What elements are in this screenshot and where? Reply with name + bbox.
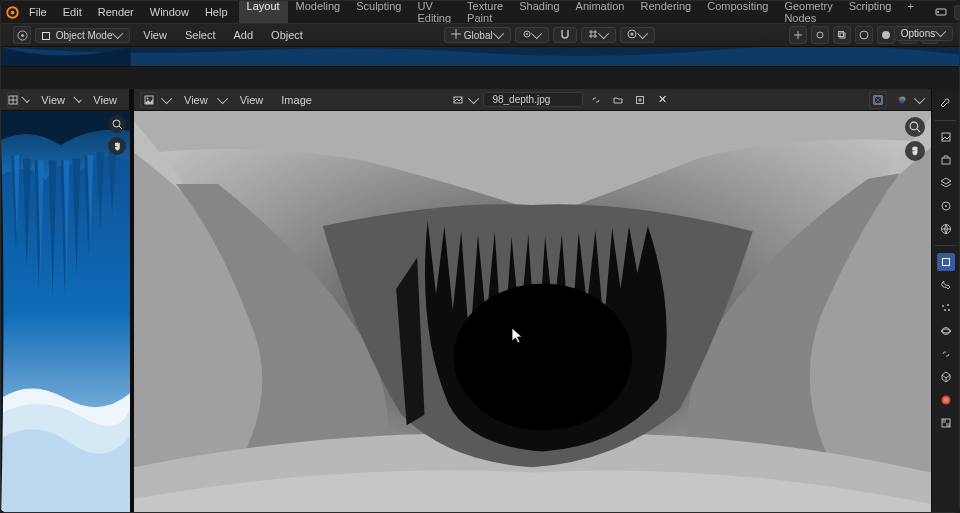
properties-modifier-icon[interactable] bbox=[937, 276, 955, 294]
properties-material-icon[interactable] bbox=[937, 391, 955, 409]
blender-logo-icon bbox=[5, 3, 20, 21]
image-browse-icon[interactable] bbox=[449, 91, 467, 109]
svg-point-38 bbox=[945, 205, 947, 207]
color-channel-icon[interactable] bbox=[893, 91, 911, 109]
properties-particles-icon[interactable] bbox=[937, 299, 955, 317]
pan-hand-icon[interactable] bbox=[905, 141, 925, 161]
properties-viewlayer-icon[interactable] bbox=[937, 174, 955, 192]
new-image-icon[interactable] bbox=[631, 91, 649, 109]
img-menu-view2[interactable]: View bbox=[234, 92, 270, 108]
header-menu-select[interactable]: Select bbox=[178, 27, 223, 43]
header-menu-object[interactable]: Object bbox=[264, 27, 310, 43]
ice-cave-render bbox=[1, 111, 130, 512]
svg-point-9 bbox=[526, 33, 528, 35]
pan-hand-icon[interactable] bbox=[108, 137, 126, 155]
menu-edit[interactable]: Edit bbox=[56, 4, 89, 20]
grid-icon bbox=[588, 29, 598, 39]
properties-tool-icon[interactable] bbox=[937, 95, 955, 113]
svg-point-42 bbox=[947, 304, 949, 306]
scene-selector[interactable]: Scene bbox=[932, 3, 960, 21]
svg-point-15 bbox=[860, 31, 868, 39]
properties-object-icon[interactable] bbox=[937, 253, 955, 271]
chevron-down-icon[interactable] bbox=[21, 94, 30, 103]
pivot-selector[interactable] bbox=[515, 27, 550, 43]
properties-scene-icon[interactable] bbox=[937, 197, 955, 215]
viewport-nav-gizmo bbox=[108, 115, 126, 155]
menu-file[interactable]: File bbox=[22, 4, 54, 20]
depth-map-image bbox=[134, 111, 931, 512]
mode-selector[interactable]: Object Mode bbox=[35, 28, 130, 43]
image-canvas[interactable] bbox=[134, 111, 931, 512]
properties-world-icon[interactable] bbox=[937, 220, 955, 238]
menu-render[interactable]: Render bbox=[91, 4, 141, 20]
svg-rect-14 bbox=[839, 32, 844, 37]
image-editor-header: View View Image 98_depth.jpg ✕ bbox=[134, 89, 931, 111]
properties-render-icon[interactable] bbox=[937, 128, 955, 146]
properties-texture-icon[interactable] bbox=[937, 414, 955, 432]
chevron-down-icon bbox=[637, 28, 648, 39]
left-menu-view1[interactable]: View bbox=[35, 92, 71, 108]
image-filename-field[interactable]: 98_depth.jpg bbox=[483, 92, 583, 107]
open-file-icon[interactable] bbox=[609, 91, 627, 109]
object-mode-icon bbox=[42, 32, 50, 40]
chevron-down-icon bbox=[217, 92, 228, 103]
chevron-down-icon[interactable] bbox=[468, 92, 479, 103]
proportional-edit[interactable] bbox=[620, 27, 655, 43]
svg-point-22 bbox=[113, 120, 120, 127]
camera-viewport[interactable] bbox=[1, 111, 130, 512]
menu-window[interactable]: Window bbox=[143, 4, 196, 20]
zoom-icon[interactable] bbox=[905, 117, 925, 137]
editor-type-icon[interactable] bbox=[13, 26, 31, 44]
chevron-down-icon bbox=[531, 28, 542, 39]
svg-point-24 bbox=[147, 97, 149, 99]
app-window: File Edit Render Window Help Layout Mode… bbox=[0, 0, 960, 513]
zoom-icon[interactable] bbox=[108, 115, 126, 133]
uv-display-icon[interactable] bbox=[869, 91, 887, 109]
properties-tabs bbox=[931, 89, 959, 512]
image-nav-gizmo bbox=[905, 117, 925, 161]
img-menu-image[interactable]: Image bbox=[275, 92, 318, 108]
editor-type-3dview-icon[interactable] bbox=[7, 92, 19, 108]
properties-data-icon[interactable] bbox=[937, 368, 955, 386]
chevron-down-icon bbox=[73, 94, 82, 103]
left-menu-view2[interactable]: View bbox=[87, 92, 123, 108]
editor-type-image-icon[interactable] bbox=[140, 92, 158, 108]
svg-rect-50 bbox=[946, 423, 950, 427]
svg-point-7 bbox=[21, 34, 24, 37]
gizmo-toggle-icon[interactable] bbox=[789, 26, 807, 44]
snap-mode[interactable] bbox=[581, 27, 616, 43]
properties-constraint-icon[interactable] bbox=[937, 345, 955, 363]
options-popover[interactable]: Options bbox=[894, 26, 953, 41]
linked-data-icon[interactable] bbox=[587, 91, 605, 109]
img-menu-view[interactable]: View bbox=[178, 92, 214, 108]
wireframe-shading-icon[interactable] bbox=[855, 26, 873, 44]
left-viewport-area: View View bbox=[1, 89, 131, 512]
svg-point-12 bbox=[817, 32, 823, 38]
scene-name-field[interactable]: Scene bbox=[954, 5, 960, 20]
solid-shading-icon[interactable] bbox=[877, 26, 895, 44]
header-menu-add[interactable]: Add bbox=[227, 27, 261, 43]
chevron-down-icon[interactable] bbox=[161, 92, 172, 103]
scene-icon bbox=[932, 3, 950, 21]
unlink-icon[interactable]: ✕ bbox=[653, 91, 671, 109]
xray-toggle-icon[interactable] bbox=[833, 26, 851, 44]
svg-point-33 bbox=[454, 284, 632, 431]
header-menu-view[interactable]: View bbox=[136, 27, 174, 43]
global-axis-icon bbox=[451, 29, 461, 39]
svg-point-47 bbox=[941, 396, 950, 405]
main-menubar: File Edit Render Window Help Layout Mode… bbox=[1, 1, 959, 23]
menu-help[interactable]: Help bbox=[198, 4, 235, 20]
bg-strip bbox=[1, 47, 959, 67]
svg-point-34 bbox=[910, 122, 918, 130]
svg-point-44 bbox=[948, 309, 950, 311]
svg-point-1 bbox=[11, 10, 15, 14]
chevron-down-icon bbox=[935, 26, 946, 37]
overlay-toggle-icon[interactable] bbox=[811, 26, 829, 44]
chevron-down-icon[interactable] bbox=[914, 92, 925, 103]
orientation-selector[interactable]: Global bbox=[444, 27, 510, 43]
snap-toggle[interactable] bbox=[553, 27, 577, 43]
properties-output-icon[interactable] bbox=[937, 151, 955, 169]
svg-point-43 bbox=[944, 309, 946, 311]
svg-point-16 bbox=[882, 31, 890, 39]
properties-physics-icon[interactable] bbox=[937, 322, 955, 340]
